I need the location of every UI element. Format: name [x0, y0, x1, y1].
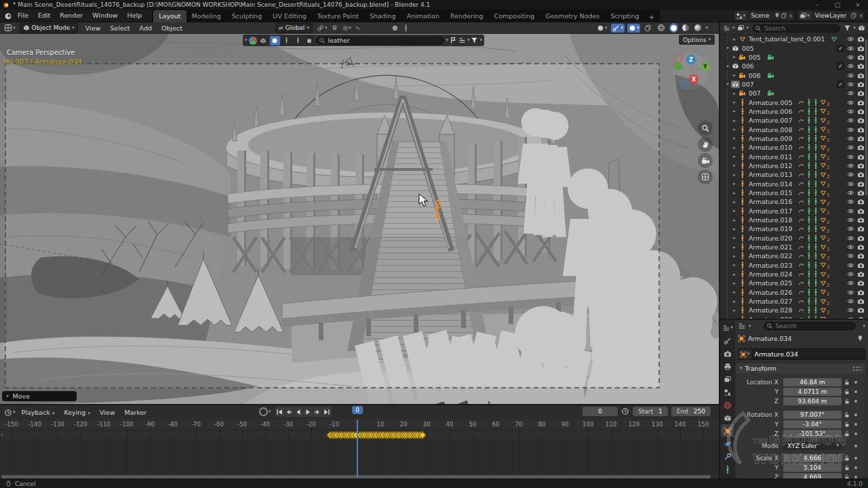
driver-icon[interactable] — [798, 180, 805, 187]
timeline-collapse-icon[interactable]: ‹ — [1, 431, 3, 438]
menu-help[interactable]: Help — [123, 9, 147, 22]
hide-eye-toggle[interactable] — [847, 171, 854, 178]
pose-icon[interactable] — [813, 225, 818, 232]
camera-data-icon[interactable] — [767, 89, 774, 97]
playhead[interactable] — [357, 420, 358, 477]
expand-arrow-icon[interactable]: ▸ — [731, 91, 738, 96]
render-visibility-toggle[interactable] — [857, 298, 865, 305]
hide-eye-toggle[interactable] — [847, 289, 854, 296]
stopwatch-icon[interactable] — [621, 407, 629, 415]
pose-icon[interactable] — [813, 153, 818, 161]
outliner-row[interactable]: ▸ Armature.009 2 — [720, 134, 868, 143]
tool-dropdown-icon[interactable]: ▾ — [245, 38, 248, 43]
workspace-tab-shading[interactable]: Shading — [364, 10, 401, 22]
fake-user-cube-icon[interactable] — [258, 36, 269, 45]
properties-tab-world[interactable] — [721, 399, 734, 411]
armature-object-icon[interactable] — [740, 252, 745, 260]
collection-icon[interactable] — [732, 45, 739, 52]
outliner-row[interactable]: ▸ Armature.024 2 — [720, 270, 868, 279]
pan-button[interactable] — [698, 137, 713, 152]
current-frame-field[interactable]: 0 — [583, 407, 618, 416]
hide-eye-toggle[interactable] — [847, 162, 854, 169]
armature-data-icon[interactable] — [820, 162, 827, 169]
new-collection-icon[interactable] — [858, 24, 865, 32]
armature-data-icon[interactable] — [820, 253, 827, 260]
properties-tab-output[interactable] — [721, 360, 734, 373]
outliner-row[interactable]: ▸ 005 — [720, 53, 868, 62]
search-dropdown-icon[interactable]: ▾ — [446, 38, 448, 43]
render-visibility-toggle[interactable] — [857, 198, 865, 205]
copy-icon[interactable] — [850, 12, 857, 19]
armature-object-icon[interactable] — [740, 270, 745, 278]
hide-eye-toggle[interactable] — [847, 270, 854, 278]
pose-icon[interactable] — [806, 298, 812, 305]
driver-icon[interactable] — [798, 171, 805, 178]
pose-icon[interactable] — [806, 108, 812, 115]
armature-data-icon[interactable] — [820, 217, 827, 224]
hide-eye-toggle[interactable] — [847, 45, 854, 52]
armature-object-icon[interactable] — [740, 153, 745, 161]
armature-data-icon[interactable] — [820, 307, 827, 314]
maximize-button[interactable]: □ — [827, 0, 848, 9]
driver-icon[interactable] — [798, 280, 805, 287]
properties-tab-constraints[interactable] — [721, 450, 734, 463]
lock-icon[interactable] — [844, 379, 850, 386]
pose-icon[interactable] — [806, 135, 812, 142]
hide-eye-toggle[interactable] — [847, 54, 854, 61]
hide-eye-toggle[interactable] — [847, 279, 854, 287]
animate-dot[interactable] — [854, 445, 857, 447]
hide-eye-toggle[interactable] — [847, 62, 854, 70]
animate-dot[interactable] — [854, 432, 857, 435]
filter-icon[interactable] — [471, 37, 478, 44]
armature-data-icon[interactable] — [820, 244, 827, 251]
pose-icon[interactable] — [806, 216, 812, 224]
pose-icon[interactable] — [813, 162, 818, 169]
expand-arrow-icon[interactable]: ▸ — [731, 253, 738, 259]
pose-icon[interactable] — [813, 117, 818, 124]
hide-eye-toggle[interactable] — [847, 135, 854, 142]
collection-checkbox[interactable]: ✓ — [837, 45, 844, 52]
paint-bucket-icon[interactable] — [304, 36, 315, 45]
timeline-menu-marker[interactable]: Marker — [119, 409, 151, 416]
pose-icon[interactable] — [806, 144, 812, 151]
armature-object-icon[interactable] — [740, 144, 745, 151]
properties-tab-object-data[interactable] — [721, 463, 734, 476]
rotation-mode-dropdown[interactable]: XYZ Euler▾ — [783, 442, 842, 450]
outliner-row[interactable]: ▸ Armature.022 2 — [720, 251, 868, 260]
add-workspace-button[interactable]: + — [645, 12, 658, 22]
pose-icon[interactable] — [806, 162, 812, 169]
auto-keying-button[interactable]: ▾ — [258, 407, 273, 416]
render-visibility-toggle[interactable] — [857, 162, 865, 169]
copy-icon[interactable] — [781, 12, 787, 19]
pose-icon[interactable] — [813, 262, 818, 269]
driver-icon[interactable] — [798, 199, 805, 205]
workspace-tab-sculpting[interactable]: Sculpting — [226, 10, 267, 22]
render-visibility-toggle[interactable] — [857, 62, 865, 70]
outliner-row[interactable]: ▸ Armature.027 2 — [720, 297, 868, 306]
armature-object-icon[interactable] — [740, 225, 745, 232]
render-visibility-toggle[interactable] — [857, 225, 865, 232]
pose-icon[interactable] — [813, 207, 818, 215]
driver-icon[interactable] — [798, 108, 805, 115]
outliner-row[interactable]: ▸ Armature.017 2 — [720, 207, 868, 216]
collection-checkbox[interactable]: ✓ — [837, 62, 844, 70]
armature-object-icon[interactable] — [740, 198, 745, 205]
properties-tab-collection[interactable] — [721, 411, 734, 424]
pose-icon[interactable] — [806, 306, 812, 314]
pose-icon[interactable] — [813, 298, 818, 305]
navigation-gizmo[interactable]: Z Y X — [670, 53, 713, 92]
outliner-row[interactable]: ▸ 006 — [720, 70, 868, 79]
outliner-row[interactable]: ▸ Armature.011 2 — [720, 152, 868, 161]
render-visibility-toggle[interactable] — [857, 207, 865, 215]
object-name-field[interactable]: ▾ Armature.034 — [738, 348, 865, 360]
outliner-scrollbar[interactable] — [865, 39, 867, 195]
outliner-row[interactable]: ▸ Armature.016 2 — [720, 197, 868, 206]
render-visibility-toggle[interactable] — [857, 99, 865, 106]
outliner-row[interactable]: ▸ Armature.026 2 — [720, 288, 868, 297]
armature-object-icon[interactable] — [740, 180, 745, 188]
blender-menu-icon[interactable] — [3, 11, 13, 20]
render-visibility-toggle[interactable] — [857, 117, 865, 124]
material-search-input[interactable] — [316, 37, 445, 45]
hide-eye-toggle[interactable] — [847, 72, 854, 79]
expand-arrow-icon[interactable]: ▸ — [731, 100, 738, 105]
